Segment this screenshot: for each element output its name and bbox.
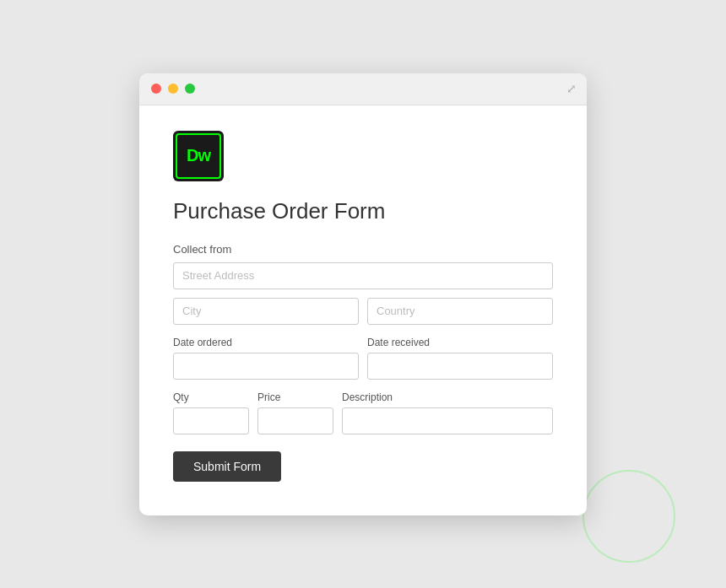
city-input[interactable]: [173, 298, 359, 325]
date-ordered-label: Date ordered: [173, 337, 359, 348]
city-country-row: [173, 298, 553, 325]
qty-group: Qty: [173, 391, 249, 434]
expand-icon: ⤢: [566, 82, 577, 95]
description-input[interactable]: [342, 407, 553, 434]
street-address-input[interactable]: [173, 262, 553, 289]
price-group: Price: [257, 391, 333, 434]
qty-input[interactable]: [173, 407, 249, 434]
dates-row: Date ordered Date received: [173, 337, 553, 380]
date-ordered-group: Date ordered: [173, 337, 359, 380]
country-input[interactable]: [367, 298, 553, 325]
qty-price-desc-row: Qty Price Description: [173, 391, 553, 434]
date-received-label: Date received: [367, 337, 553, 348]
app-window: ⤢ Dw Purchase Order Form Collect from Da…: [139, 73, 587, 515]
app-logo-text: Dw: [187, 146, 210, 165]
description-label: Description: [342, 391, 553, 403]
price-label: Price: [257, 391, 333, 403]
minimize-button[interactable]: [168, 84, 178, 94]
close-button[interactable]: [151, 84, 161, 94]
form-title: Purchase Order Form: [173, 198, 553, 224]
date-received-input[interactable]: [367, 353, 553, 380]
titlebar: ⤢: [139, 73, 587, 105]
description-group: Description: [342, 391, 553, 434]
date-received-group: Date received: [367, 337, 553, 380]
street-row: [173, 262, 553, 289]
qty-label: Qty: [173, 391, 249, 403]
submit-button[interactable]: Submit Form: [173, 451, 281, 482]
collect-from-label: Collect from: [173, 243, 553, 256]
form-content: Dw Purchase Order Form Collect from Date…: [139, 105, 587, 515]
decorative-circle: [582, 470, 675, 563]
price-input[interactable]: [257, 407, 333, 434]
maximize-button[interactable]: [185, 84, 195, 94]
app-logo: Dw: [173, 131, 224, 181]
app-logo-inner: Dw: [176, 133, 221, 179]
date-ordered-input[interactable]: [173, 353, 359, 380]
